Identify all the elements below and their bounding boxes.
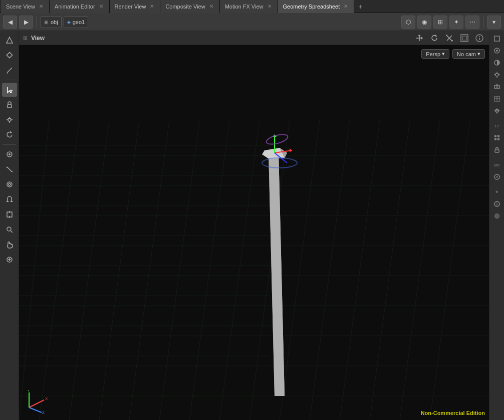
back-button[interactable]: ◀ (3, 16, 17, 29)
right-tool-abc[interactable]: abc (491, 159, 502, 170)
svg-line-2 (7, 69, 11, 73)
right-tool-display[interactable] (491, 33, 502, 44)
sidebar-tool-lock[interactable] (2, 98, 17, 112)
svg-rect-29 (461, 35, 468, 42)
viewport-translate-icon[interactable] (414, 33, 425, 43)
sidebar-tool-rotate[interactable] (2, 128, 17, 142)
sidebar-tool-snap[interactable] (2, 207, 17, 222)
viewport-rotate-icon[interactable] (429, 33, 440, 43)
tab-close-scene-view[interactable]: ✕ (38, 4, 44, 9)
svg-point-89 (496, 50, 498, 52)
tab-motion-fx-view[interactable]: Motion FX View ✕ (220, 0, 278, 13)
geo-selector[interactable]: ◈ geo1 (64, 16, 88, 28)
viewport-canvas[interactable]: Persp ▾ No cam ▾ X Y (19, 45, 489, 420)
tab-add-button[interactable]: + (354, 0, 366, 13)
right-tool-display2[interactable] (491, 132, 502, 143)
tab-close-geometry-spreadsheet[interactable]: ✕ (343, 4, 349, 9)
tab-close-animation-editor[interactable]: ✕ (98, 4, 104, 9)
svg-point-115 (495, 215, 498, 218)
tab-render-view[interactable]: Render View ✕ (110, 0, 161, 13)
viewport-overlay-tr: Persp ▾ No cam ▾ (421, 49, 485, 59)
tab-scene-view[interactable]: Scene View ✕ (1, 0, 50, 13)
sidebar-tool-magnet[interactable] (2, 192, 17, 206)
sidebar-tool-pencil[interactable] (2, 63, 17, 77)
right-tool-lock2[interactable] (491, 144, 502, 155)
viewport-info-icon[interactable] (474, 33, 485, 43)
svg-point-33 (479, 36, 480, 37)
svg-marker-98 (496, 84, 498, 85)
svg-point-91 (495, 73, 498, 76)
left-sidebar (0, 31, 19, 420)
axis-indicator: X Y Z (24, 390, 49, 415)
viewport-title: View (31, 35, 45, 42)
svg-rect-105 (494, 135, 496, 137)
sidebar-tool-diamond[interactable] (2, 48, 17, 62)
viewport-maximize-icon[interactable] (459, 33, 470, 43)
sidebar-tool-hand[interactable] (2, 238, 17, 252)
extra-settings-button[interactable]: ⋯ (465, 16, 479, 29)
svg-point-20 (7, 227, 11, 231)
sidebar-tool-pivot[interactable] (2, 113, 17, 127)
viewport-grid (19, 45, 489, 420)
right-tool-shading[interactable] (491, 57, 502, 68)
viewport-container: ⊞ View (19, 31, 489, 420)
svg-rect-109 (495, 150, 499, 152)
svg-rect-87 (494, 36, 499, 41)
dropdown-button[interactable]: ▾ (487, 16, 501, 29)
tab-geometry-spreadsheet[interactable]: Geometry Spreadsheet ✕ (278, 0, 355, 13)
sidebar-tool-zoom[interactable] (2, 223, 17, 237)
right-tool-grid[interactable] (491, 93, 502, 104)
watermark: Non-Commercial Edition (421, 410, 485, 416)
sidebar-tool-rig[interactable] (2, 177, 17, 191)
forward-button[interactable]: ▶ (19, 16, 33, 29)
obj-selector[interactable]: ▣ obj (41, 16, 62, 28)
svg-rect-35 (19, 45, 489, 420)
tab-close-composite-view[interactable]: ✕ (208, 4, 214, 9)
svg-point-12 (9, 153, 11, 155)
right-tool-light[interactable] (491, 69, 502, 80)
sidebar-tool-cursor[interactable] (2, 83, 17, 97)
viewport-scale-icon[interactable] (444, 33, 455, 43)
right-tool-num12[interactable]: 12 (491, 120, 502, 131)
tab-close-motion-fx-view[interactable]: ✕ (267, 4, 273, 9)
sidebar-tool-misc[interactable] (2, 253, 17, 267)
tab-bar: Scene View ✕ Animation Editor ✕ Render V… (0, 0, 504, 13)
display-settings-button[interactable]: ⬡ (401, 16, 415, 29)
render-settings-button[interactable]: ◉ (417, 16, 431, 29)
sidebar-tool-bone[interactable] (2, 162, 17, 176)
scene-settings-button[interactable]: ⊞ (433, 16, 447, 29)
svg-rect-30 (462, 36, 466, 40)
right-tool-render[interactable] (491, 45, 502, 56)
sidebar-tool-triangle[interactable] (2, 33, 17, 47)
right-tool-scene[interactable] (491, 171, 502, 182)
svg-line-81 (29, 400, 44, 407)
svg-point-97 (496, 86, 498, 88)
right-tool-info[interactable] (491, 198, 502, 209)
persp-button[interactable]: Persp ▾ (421, 49, 449, 59)
tab-animation-editor[interactable]: Animation Editor ✕ (50, 0, 110, 13)
sidebar-tool-view[interactable] (2, 147, 17, 161)
right-tool-camera[interactable] (491, 81, 502, 92)
svg-line-21 (11, 231, 13, 233)
svg-line-4 (7, 73, 8, 74)
svg-point-14 (9, 183, 11, 185)
svg-line-3 (11, 68, 12, 69)
right-tool-gear[interactable] (491, 211, 502, 222)
toolbar-divider-2 (483, 17, 483, 28)
svg-point-13 (7, 182, 12, 187)
main-area: ⊞ View (0, 31, 504, 420)
toolbar: ◀ ▶ ▣ obj ◈ geo1 ⬡ ◉ ⊞ ✦ ⋯ ▾ (0, 13, 504, 31)
toolbar-divider-1 (37, 17, 37, 28)
sidebar-divider-1 (3, 80, 16, 80)
tab-close-render-view[interactable]: ✕ (149, 4, 155, 9)
svg-point-114 (496, 202, 497, 203)
svg-text:Y: Y (27, 390, 30, 392)
svg-text:Z: Z (42, 410, 45, 415)
svg-rect-108 (497, 138, 499, 140)
fx-settings-button[interactable]: ✦ (449, 16, 463, 29)
svg-point-111 (496, 176, 497, 178)
sidebar-divider-2 (3, 144, 16, 145)
tab-composite-view[interactable]: Composite View ✕ (160, 0, 219, 13)
no-cam-button[interactable]: No cam ▾ (452, 49, 485, 59)
right-tool-snap[interactable] (491, 105, 502, 116)
